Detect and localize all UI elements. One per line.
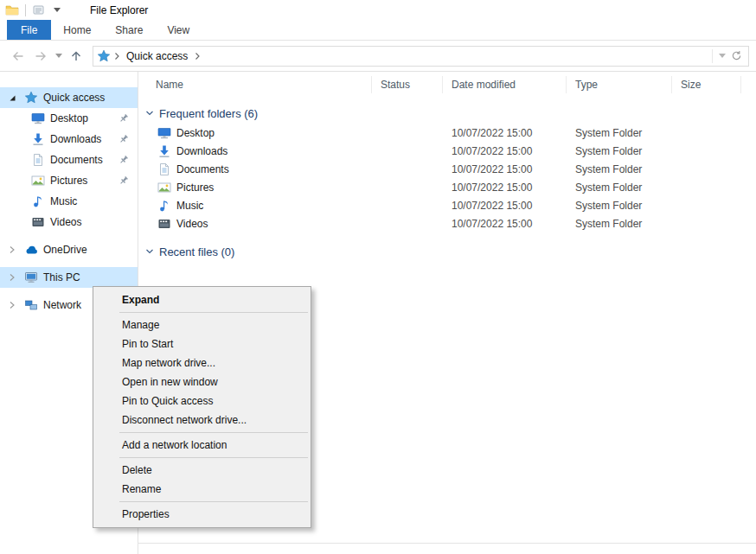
group-collapse-chevron-icon[interactable]	[144, 246, 155, 257]
file-status	[372, 124, 443, 142]
file-status	[372, 160, 443, 178]
documents-icon	[157, 162, 171, 176]
forward-button[interactable]	[29, 45, 52, 67]
status-bar	[138, 543, 756, 554]
sidebar-item-quick-access[interactable]: Quick access	[0, 87, 138, 108]
chevron-right-icon[interactable]	[7, 245, 17, 255]
title-bar: File Explorer	[0, 0, 756, 20]
breadcrumb-location[interactable]: Quick access	[126, 50, 188, 62]
refresh-icon[interactable]	[728, 50, 745, 61]
menu-item-pin-to-start[interactable]: Pin to Start	[93, 334, 311, 353]
file-name: Music	[176, 200, 203, 212]
up-button[interactable]	[65, 45, 87, 67]
file-date-modified: 10/07/2022 15:00	[443, 214, 567, 232]
sidebar-item-videos[interactable]: Videos	[0, 212, 138, 232]
file-name: Documents	[176, 163, 229, 175]
group-header-frequent-folders[interactable]: Frequent folders (6)	[138, 103, 756, 124]
sidebar-item-downloads[interactable]: Downloads	[0, 129, 138, 150]
file-row-pictures[interactable]: Pictures 10/07/2022 15:00 System Folder	[138, 178, 756, 196]
menu-item-open-in-new-window[interactable]: Open in new window	[93, 373, 311, 392]
pin-icon	[119, 113, 129, 124]
sidebar-item-label: Network	[43, 299, 81, 311]
sidebar-item-pictures[interactable]: Pictures	[0, 170, 138, 191]
quick-access-toolbar-caret-icon[interactable]	[54, 8, 61, 12]
file-row-downloads[interactable]: Downloads 10/07/2022 15:00 System Folder	[138, 142, 756, 160]
sidebar-item-music[interactable]: Music	[0, 191, 138, 212]
file-row-music[interactable]: Music 10/07/2022 15:00 System Folder	[138, 196, 756, 214]
frequent-folders-rows: Desktop 10/07/2022 15:00 System Folder D…	[138, 124, 756, 232]
menu-item-pin-to-quick-access[interactable]: Pin to Quick access	[93, 392, 311, 411]
file-name: Pictures	[176, 181, 214, 194]
sidebar-item-onedrive[interactable]: OneDrive	[0, 239, 138, 260]
column-header-type[interactable]: Type	[567, 76, 672, 93]
menu-item-manage[interactable]: Manage	[93, 315, 311, 334]
sidebar-item-label: Downloads	[50, 133, 101, 145]
file-row-videos[interactable]: Videos 10/07/2022 15:00 System Folder	[138, 214, 756, 232]
sidebar-item-label: This PC	[43, 271, 80, 283]
menu-item-disconnect-network-drive[interactable]: Disconnect network drive...	[93, 411, 311, 430]
tab-share[interactable]: Share	[103, 20, 155, 40]
file-name: Videos	[176, 218, 208, 230]
column-header-name[interactable]: Name	[138, 76, 372, 93]
recent-locations-caret-icon[interactable]	[52, 45, 65, 67]
sidebar-item-label: Quick access	[43, 92, 105, 104]
sidebar-item-label: Desktop	[50, 112, 88, 124]
address-dropdown-caret-icon[interactable]	[716, 54, 728, 58]
sidebar-item-documents[interactable]: Documents	[0, 150, 138, 170]
menu-item-rename[interactable]: Rename	[93, 480, 311, 499]
downloads-icon	[157, 144, 171, 158]
back-button[interactable]	[7, 45, 29, 67]
column-header-size[interactable]: Size	[672, 76, 741, 93]
quick-access-star-icon	[97, 49, 111, 63]
toolbar-separator	[25, 4, 26, 16]
column-header-status[interactable]: Status	[372, 76, 443, 93]
chevron-down-icon[interactable]	[7, 92, 17, 103]
column-header-date-modified[interactable]: Date modified	[443, 76, 567, 93]
breadcrumb-chevron-icon[interactable]	[112, 52, 121, 60]
sidebar-item-label: OneDrive	[43, 244, 87, 256]
tab-view[interactable]: View	[155, 20, 202, 40]
videos-icon	[31, 215, 45, 229]
pictures-icon	[31, 174, 45, 188]
tab-home[interactable]: Home	[51, 20, 103, 40]
this-pc-icon	[24, 271, 38, 284]
desktop-icon	[31, 111, 45, 125]
group-header-label: Frequent folders (6)	[159, 107, 258, 120]
explorer-folder-icon	[5, 3, 19, 17]
quick-access-toolbar-icon[interactable]	[32, 3, 46, 17]
menu-item-add-network-location[interactable]: Add a network location	[93, 436, 311, 455]
menu-item-expand[interactable]: Expand	[93, 290, 311, 309]
sidebar-item-this-pc[interactable]: This PC	[0, 267, 138, 288]
file-size	[672, 214, 741, 232]
chevron-right-icon[interactable]	[7, 272, 17, 283]
pin-icon	[119, 134, 129, 144]
file-size	[672, 196, 741, 214]
address-bar-separator	[712, 49, 713, 63]
pin-icon	[119, 155, 129, 165]
file-date-modified: 10/07/2022 15:00	[443, 160, 567, 178]
menu-item-map-network-drive[interactable]: Map network drive...	[93, 353, 311, 373]
file-size	[672, 124, 741, 142]
downloads-icon	[31, 132, 45, 146]
address-bar[interactable]: Quick access	[93, 46, 749, 67]
quick-access-star-icon	[24, 91, 38, 105]
group-header-label: Recent files (0)	[159, 245, 234, 258]
music-icon	[31, 194, 45, 208]
group-collapse-chevron-icon[interactable]	[144, 108, 155, 118]
tab-file[interactable]: File	[7, 20, 51, 40]
file-size	[672, 178, 741, 196]
pin-icon	[119, 175, 129, 186]
sidebar-item-desktop[interactable]: Desktop	[0, 108, 138, 129]
file-row-documents[interactable]: Documents 10/07/2022 15:00 System Folder	[138, 160, 756, 178]
file-status	[372, 214, 443, 232]
chevron-right-icon[interactable]	[7, 300, 17, 310]
group-header-recent-files[interactable]: Recent files (0)	[138, 241, 756, 262]
sidebar-item-label: Videos	[50, 216, 81, 228]
file-type: System Folder	[567, 196, 672, 214]
menu-item-delete[interactable]: Delete	[93, 461, 311, 480]
onedrive-icon	[24, 243, 38, 257]
breadcrumb-chevron-icon[interactable]	[193, 52, 202, 60]
file-row-desktop[interactable]: Desktop 10/07/2022 15:00 System Folder	[138, 124, 756, 142]
menu-separator	[119, 312, 308, 313]
menu-item-properties[interactable]: Properties	[93, 505, 311, 524]
